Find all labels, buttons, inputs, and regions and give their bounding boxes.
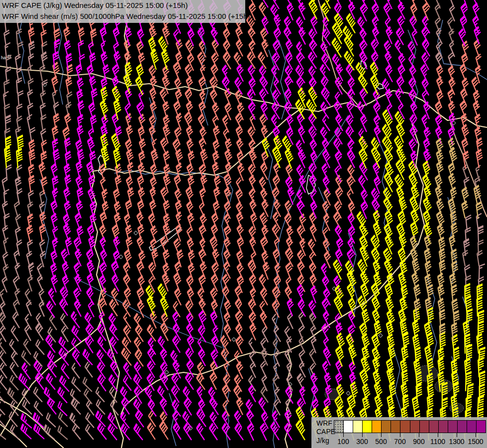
legend-title-unit: J/kg <box>316 437 329 444</box>
legend-tick <box>476 433 476 437</box>
legend-tick-label: 1100 <box>430 438 445 446</box>
legend-tick <box>381 433 382 437</box>
legend-cell <box>390 421 400 433</box>
city-marker <box>134 231 138 235</box>
legend-title-cape: CAPE <box>316 428 335 435</box>
country-border <box>93 109 300 175</box>
legend-cell <box>343 421 353 433</box>
legend-tick <box>419 433 419 437</box>
legend-tick-label: 700 <box>394 438 405 446</box>
city-marker <box>165 370 169 374</box>
legend-cell <box>448 421 457 433</box>
legend-cell <box>362 421 372 433</box>
legend-tick <box>362 433 363 437</box>
legend-tick-label: 500 <box>375 438 387 446</box>
legend-tick-label: 1300 <box>449 438 464 446</box>
legend-cell <box>419 421 429 433</box>
city-label-fragment: ha <box>1 55 6 60</box>
legend-tick <box>438 433 438 437</box>
legend-cell <box>410 421 419 433</box>
legend-cell <box>400 421 409 433</box>
legend-cell <box>457 421 467 433</box>
legend-tick-label: 1500 <box>468 438 483 446</box>
weather-map-screen: ha WRF CAPE (J/kg) Wednesday 05-11-2025 … <box>0 0 487 448</box>
legend-tick <box>343 433 344 437</box>
legend-tick-label: 900 <box>413 438 424 446</box>
weather-map-canvas: ha <box>0 0 487 448</box>
legend-cell <box>429 421 438 433</box>
title-cape: WRF CAPE (J/kg) Wednesday 05-11-2025 15:… <box>2 0 245 11</box>
legend-cell <box>476 421 486 433</box>
legend-tick-label: 100 <box>337 438 349 446</box>
city-marker <box>346 391 350 395</box>
legend-colorbar <box>334 420 486 433</box>
wind-barbs-dark-brown <box>0 0 484 440</box>
wind-barbs-magenta <box>19 0 481 441</box>
legend-cell <box>467 421 476 433</box>
legend-cell <box>353 421 362 433</box>
legend-tick <box>457 433 457 437</box>
city-marker <box>379 334 383 337</box>
legend-cell <box>381 421 390 433</box>
title-wind-shear: WRF Wind shear (m/s) 500/1000hPa Wednesd… <box>2 11 245 22</box>
legend-cell <box>438 421 448 433</box>
legend-title-wrf: WRF <box>316 420 332 427</box>
legend-tick <box>400 433 400 437</box>
cape-legend: WRF CAPE J/kg 10030050070090011001300150… <box>311 417 487 448</box>
country-border <box>0 399 64 448</box>
legend-cell <box>372 421 381 433</box>
legend-cell <box>334 421 343 433</box>
city-marker <box>232 337 236 341</box>
wind-barbs-tan-khaki <box>410 138 483 342</box>
title-bar: WRF CAPE (J/kg) Wednesday 05-11-2025 15:… <box>0 0 245 23</box>
legend-tick-label: 300 <box>356 438 368 446</box>
